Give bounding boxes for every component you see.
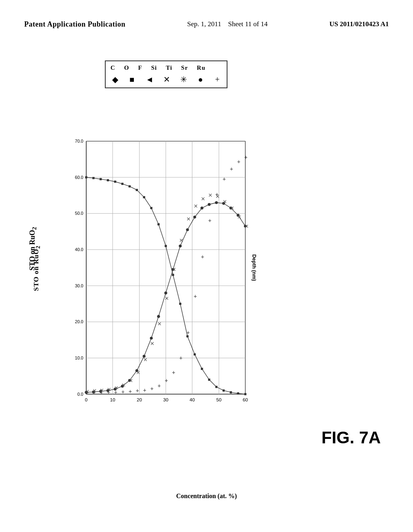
svg-text:40.0: 40.0 [75, 247, 83, 252]
svg-text:+: + [194, 293, 197, 299]
legend-label-ti: Ti [166, 64, 172, 71]
svg-text:60: 60 [243, 397, 248, 402]
svg-point-67 [186, 228, 189, 231]
svg-text:+: + [143, 387, 146, 393]
svg-point-71 [215, 201, 218, 204]
svg-text:+: + [186, 329, 190, 336]
svg-text:+: + [85, 389, 88, 396]
svg-rect-47 [208, 378, 210, 380]
sym-ti: ✳ [179, 75, 188, 84]
svg-text:0.0: 0.0 [77, 392, 83, 397]
svg-text:20.0: 20.0 [75, 319, 83, 324]
svg-text:✕: ✕ [165, 296, 169, 301]
sym-f: ◄ [145, 75, 154, 84]
svg-rect-35 [121, 183, 123, 185]
publication-title: Patent Application Publication [24, 20, 125, 29]
svg-text:+: + [208, 217, 211, 224]
svg-text:✕: ✕ [157, 321, 162, 327]
svg-rect-41 [165, 245, 167, 247]
legend-label-sr: Sr [181, 64, 188, 71]
svg-text:40: 40 [190, 397, 195, 402]
svg-rect-45 [194, 353, 196, 355]
legend-label-c: C [111, 64, 115, 71]
svg-text:+: + [172, 369, 175, 376]
svg-text:✕: ✕ [150, 341, 154, 347]
svg-text:+: + [201, 254, 204, 260]
svg-text:+: + [215, 191, 219, 197]
svg-text:20: 20 [137, 397, 142, 402]
figure-label: FIG. 7A [321, 428, 381, 447]
svg-text:60.0: 60.0 [75, 175, 83, 180]
svg-rect-31 [92, 177, 94, 179]
svg-text:+: + [230, 166, 233, 172]
svg-text:✕: ✕ [230, 206, 234, 211]
svg-rect-32 [100, 178, 102, 180]
svg-text:✕: ✕ [223, 199, 227, 205]
svg-text:✕: ✕ [143, 357, 148, 363]
svg-text:+: + [107, 389, 110, 395]
svg-text:50: 50 [216, 397, 221, 402]
main-content: C O F Si Ti Sr Ru ◆ ■ ◄ ✕ ✳ ● + STO on R… [24, 52, 389, 508]
svg-text:✕: ✕ [208, 193, 213, 198]
publication-date: Sep. 1, 2011 [187, 20, 221, 28]
svg-text:✕: ✕ [179, 238, 184, 243]
svg-rect-36 [129, 185, 131, 187]
svg-rect-40 [157, 223, 159, 225]
ru-series: + + + + + + + + + + + + + + + + + + + + [85, 154, 248, 396]
svg-text:+: + [100, 389, 103, 396]
sym-sr: ● [196, 75, 205, 84]
svg-rect-30 [85, 176, 87, 178]
svg-text:70.0: 70.0 [75, 139, 83, 143]
svg-text:✕: ✕ [121, 382, 126, 388]
svg-point-66 [179, 245, 181, 247]
svg-rect-51 [237, 392, 239, 394]
svg-point-64 [164, 291, 167, 294]
date-sheet: Sep. 1, 2011 Sheet 11 of 14 [187, 20, 267, 28]
svg-rect-50 [230, 391, 232, 393]
legend-symbols: ◆ ■ ◄ ✕ ✳ ● + [111, 75, 222, 84]
svg-text:+: + [150, 385, 153, 392]
svg-rect-46 [201, 368, 203, 370]
chart-svg: 0 10 20 30 40 50 60 0.0 10.0 20.0 30.0 4… [65, 117, 274, 447]
svg-text:✕: ✕ [172, 267, 176, 272]
svg-text:50.0: 50.0 [75, 211, 83, 216]
svg-rect-38 [143, 196, 145, 198]
svg-text:+: + [165, 377, 168, 384]
svg-text:0: 0 [85, 397, 88, 402]
svg-text:+: + [244, 154, 248, 160]
svg-text:+: + [237, 158, 240, 165]
sym-c: ◆ [111, 75, 119, 84]
svg-rect-34 [114, 181, 116, 183]
svg-rect-33 [107, 179, 109, 181]
legend-labels: C O F Si Ti Sr Ru [111, 64, 222, 71]
svg-text:30: 30 [163, 397, 169, 402]
svg-point-70 [208, 203, 211, 206]
svg-text:✕: ✕ [136, 370, 140, 376]
svg-text:+: + [129, 388, 132, 395]
svg-rect-42 [172, 274, 174, 276]
legend-label-o: O [124, 64, 129, 71]
svg-text:+: + [92, 389, 96, 396]
svg-rect-37 [136, 189, 138, 191]
svg-text:10.0: 10.0 [75, 355, 83, 360]
svg-point-63 [157, 315, 160, 318]
sheet-info: Sheet 11 of 14 [228, 20, 267, 28]
svg-rect-43 [179, 303, 181, 305]
y-axis-label: Concentration (at. %) [176, 493, 237, 500]
legend-label-ru: Ru [197, 64, 205, 71]
legend-label-si: Si [151, 64, 157, 71]
svg-text:+: + [157, 382, 161, 389]
sym-si: ✕ [162, 75, 171, 84]
svg-text:+: + [136, 387, 139, 394]
svg-rect-48 [215, 386, 217, 388]
legend-box: C O F Si Ti Sr Ru ◆ ■ ◄ ✕ ✳ ● + [105, 60, 227, 88]
svg-text:+: + [114, 389, 117, 395]
svg-text:✕: ✕ [129, 378, 133, 384]
svg-text:✕: ✕ [186, 216, 191, 222]
svg-rect-39 [150, 207, 152, 209]
svg-text:Depth (nm): Depth (nm) [251, 254, 257, 281]
sym-o: ■ [127, 75, 136, 84]
svg-text:+: + [179, 355, 182, 361]
chart-title-left: STO on RuO2 [28, 227, 38, 270]
svg-text:✕: ✕ [237, 214, 242, 220]
